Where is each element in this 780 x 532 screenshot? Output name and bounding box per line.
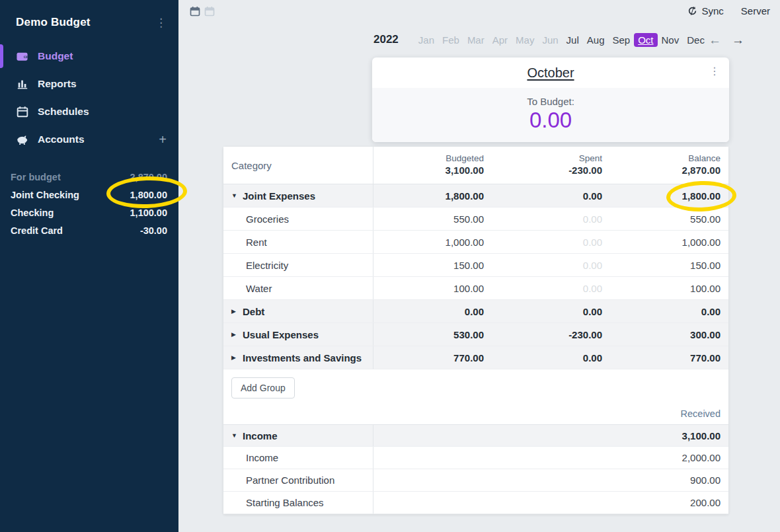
month-jan[interactable]: Jan bbox=[414, 33, 438, 47]
kebab-menu-icon[interactable]: ⋮ bbox=[155, 17, 167, 28]
month-sep[interactable]: Sep bbox=[608, 33, 634, 47]
chevron-right-icon[interactable]: ▶ bbox=[231, 308, 238, 315]
balance-cell[interactable]: 100.00 bbox=[610, 277, 728, 299]
budget-file-header[interactable]: Demo Budget ⋮ bbox=[0, 0, 178, 38]
spent-cell[interactable]: 0.00 bbox=[492, 277, 610, 299]
spent-cell[interactable]: 0.00 bbox=[492, 254, 610, 276]
bar-chart-icon bbox=[16, 78, 28, 91]
spent-cell[interactable]: 0.00 bbox=[492, 231, 610, 253]
month-dec[interactable]: Dec bbox=[683, 33, 709, 47]
sidebar-item-joint-checking[interactable]: Joint Checking 1,800.00 bbox=[0, 186, 178, 204]
received-column-label: Received bbox=[681, 408, 721, 419]
received-cell[interactable]: 200.00 bbox=[373, 492, 728, 513]
sidebar-item-accounts[interactable]: Accounts + bbox=[0, 126, 178, 153]
budgeted-cell[interactable]: 0.00 bbox=[373, 300, 492, 323]
spent-cell[interactable]: 0.00 bbox=[492, 300, 610, 323]
to-budget-value[interactable]: 0.00 bbox=[529, 108, 572, 133]
add-account-icon[interactable]: + bbox=[159, 133, 167, 146]
balance-cell[interactable]: 150.00 bbox=[610, 254, 728, 276]
one-month-view-icon[interactable] bbox=[190, 6, 200, 17]
table-row-income[interactable]: Income 2,000.00 bbox=[223, 447, 728, 469]
month-nov[interactable]: Nov bbox=[658, 33, 683, 47]
budgeted-cell[interactable]: 530.00 bbox=[373, 323, 492, 346]
balance-cell[interactable]: 770.00 bbox=[610, 346, 728, 369]
sync-label: Sync bbox=[701, 5, 723, 17]
month-jun[interactable]: Jun bbox=[538, 33, 562, 47]
spent-cell[interactable]: 0.00 bbox=[492, 346, 610, 369]
server-button[interactable]: Server bbox=[741, 5, 770, 17]
table-row-groceries[interactable]: Groceries 550.00 0.00 550.00 bbox=[223, 208, 728, 231]
budgeted-cell[interactable]: 550.00 bbox=[373, 208, 492, 230]
account-balance: 1,100.00 bbox=[130, 208, 167, 218]
table-row-rent[interactable]: Rent 1,000.00 0.00 1,000.00 bbox=[223, 231, 728, 254]
balance-cell[interactable]: 0.00 bbox=[610, 300, 728, 323]
table-row-water[interactable]: Water 100.00 0.00 100.00 bbox=[223, 277, 728, 300]
sidebar-item-reports[interactable]: Reports bbox=[0, 70, 178, 98]
month-apr[interactable]: Apr bbox=[488, 33, 512, 47]
table-row-debt[interactable]: ▶Debt 0.00 0.00 0.00 bbox=[223, 300, 728, 323]
sync-button[interactable]: Sync bbox=[687, 5, 723, 17]
sidebar-item-schedules[interactable]: Schedules bbox=[0, 98, 178, 126]
budgeted-cell[interactable]: 1,000.00 bbox=[373, 231, 492, 253]
received-cell[interactable]: 3,100.00 bbox=[373, 425, 728, 446]
table-row-starting-balances[interactable]: Starting Balances 200.00 bbox=[223, 492, 728, 514]
category-name: Rent bbox=[246, 237, 267, 248]
sidebar-item-label: Budget bbox=[38, 50, 73, 62]
month-jul[interactable]: Jul bbox=[563, 33, 583, 47]
month-may[interactable]: May bbox=[512, 33, 538, 47]
category-name: Water bbox=[246, 283, 272, 294]
balance-cell[interactable]: 300.00 bbox=[610, 323, 728, 346]
budgeted-cell[interactable]: 770.00 bbox=[373, 346, 492, 369]
chevron-down-icon[interactable]: ▼ bbox=[231, 432, 238, 439]
balance-header[interactable]: Balance 2,870.00 bbox=[610, 147, 728, 184]
previous-month-arrow-icon[interactable]: ← bbox=[709, 34, 721, 46]
chevron-down-icon[interactable]: ▼ bbox=[231, 192, 238, 199]
month-aug[interactable]: Aug bbox=[583, 33, 609, 47]
sidebar-accounts-list: For budget 2,870.00 Joint Checking 1,800… bbox=[0, 168, 178, 239]
spent-header[interactable]: Spent -230.00 bbox=[492, 147, 610, 184]
month-title[interactable]: October bbox=[527, 65, 574, 81]
table-row-partner-contribution[interactable]: Partner Contribution 900.00 bbox=[223, 469, 728, 492]
table-row-joint-expenses[interactable]: ▼Joint Expenses 1,800.00 0.00 1,800.00 bbox=[223, 184, 728, 208]
balance-cell[interactable]: 1,000.00 bbox=[610, 231, 728, 253]
month-mar[interactable]: Mar bbox=[463, 33, 488, 47]
sidebar-item-for-budget[interactable]: For budget 2,870.00 bbox=[0, 168, 178, 186]
table-row-usual-expenses[interactable]: ▶Usual Expenses 530.00 -230.00 300.00 bbox=[223, 323, 728, 346]
budgeted-cell[interactable]: 100.00 bbox=[373, 277, 492, 299]
category-name: Joint Expenses bbox=[243, 190, 315, 202]
budgeted-cell[interactable]: 150.00 bbox=[373, 254, 492, 276]
received-cell[interactable]: 2,000.00 bbox=[373, 447, 728, 469]
two-month-view-icon[interactable] bbox=[204, 6, 215, 17]
table-footer: Add Group Received bbox=[223, 369, 728, 424]
spent-cell[interactable]: -230.00 bbox=[492, 323, 610, 346]
sidebar-item-credit-card[interactable]: Credit Card -30.00 bbox=[0, 221, 178, 239]
topbar-actions: Sync Server bbox=[687, 5, 770, 17]
category-name: Electricity bbox=[246, 260, 288, 271]
balance-cell[interactable]: 550.00 bbox=[610, 208, 728, 230]
sidebar-item-checking[interactable]: Checking 1,100.00 bbox=[0, 204, 178, 221]
table-row-income-group[interactable]: ▼Income 3,100.00 bbox=[223, 424, 728, 447]
budget-file-title: Demo Budget bbox=[16, 16, 91, 29]
year-label: 2022 bbox=[373, 33, 399, 46]
category-header: Category bbox=[223, 147, 373, 184]
table-row-electricity[interactable]: Electricity 150.00 0.00 150.00 bbox=[223, 254, 728, 277]
sidebar-item-budget[interactable]: Budget bbox=[0, 42, 178, 70]
chevron-right-icon[interactable]: ▶ bbox=[231, 331, 238, 338]
month-menu-icon[interactable]: ⋮ bbox=[709, 66, 720, 77]
month-oct-selected[interactable]: Oct bbox=[634, 33, 657, 47]
spent-cell[interactable]: 0.00 bbox=[492, 184, 610, 207]
budgeted-cell[interactable]: 1,800.00 bbox=[373, 184, 492, 207]
received-cell[interactable]: 900.00 bbox=[373, 469, 728, 491]
balance-cell[interactable]: 1,800.00 bbox=[610, 184, 728, 207]
category-name: Income bbox=[243, 430, 278, 441]
chevron-right-icon[interactable]: ▶ bbox=[231, 354, 238, 361]
month-summary-card: October ⋮ To Budget: 0.00 bbox=[372, 57, 729, 142]
add-group-button[interactable]: Add Group bbox=[231, 377, 295, 399]
table-row-investments-and-savings[interactable]: ▶Investments and Savings 770.00 0.00 770… bbox=[223, 346, 728, 369]
budgeted-header[interactable]: Budgeted 3,100.00 bbox=[373, 147, 492, 184]
account-balance: 1,800.00 bbox=[130, 190, 167, 200]
spent-cell[interactable]: 0.00 bbox=[492, 208, 610, 230]
category-name: Debt bbox=[243, 306, 264, 317]
month-feb[interactable]: Feb bbox=[438, 33, 463, 47]
next-month-arrow-icon[interactable]: → bbox=[732, 34, 744, 46]
